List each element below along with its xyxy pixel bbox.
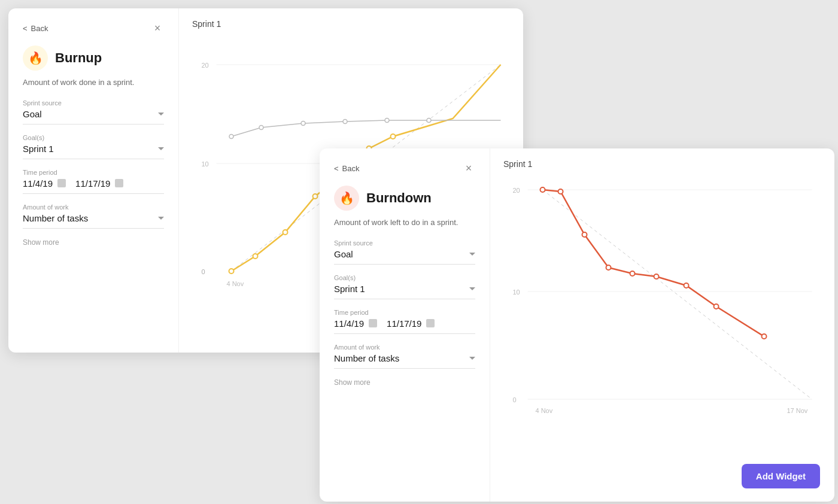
burndown-show-more[interactable]: Show more — [334, 378, 475, 387]
burndown-panel-left: < Back × 🔥 Burndown Amount of work left … — [320, 148, 490, 502]
burndown-amount-work-chevron-icon — [469, 357, 475, 360]
svg-text:4 Nov: 4 Nov — [536, 407, 553, 414]
svg-text:10: 10 — [513, 289, 520, 296]
burndown-goals-value: Sprint 1 — [334, 284, 365, 294]
burnup-back-chevron: < — [23, 24, 28, 33]
burndown-back-chevron: < — [334, 164, 339, 173]
burndown-goals-field: Goal(s) Sprint 1 — [334, 274, 475, 299]
burnup-nav-row: < Back × — [23, 22, 164, 35]
burndown-sprint-source-field: Sprint source Goal — [334, 239, 475, 265]
burnup-panel-left: < Back × 🔥 Burnup Amount of work done in… — [8, 8, 179, 353]
burnup-close-button[interactable]: × — [151, 22, 164, 35]
burndown-calendar-from-icon[interactable] — [369, 319, 377, 327]
svg-point-27 — [541, 187, 545, 192]
burndown-time-period-label: Time period — [334, 309, 475, 316]
burndown-time-period-field: Time period 11/4/19 11/17/19 — [334, 309, 475, 334]
burndown-amount-work-select[interactable]: Number of tasks — [334, 353, 475, 369]
burndown-card: < Back × 🔥 Burndown Amount of work left … — [320, 148, 834, 502]
burnup-show-more[interactable]: Show more — [23, 238, 164, 247]
svg-point-16 — [343, 120, 347, 124]
svg-text:17 Nov: 17 Nov — [787, 407, 808, 414]
burnup-flame-icon: 🔥 — [28, 51, 43, 65]
burndown-chart-sprint-label: Sprint 1 — [503, 159, 821, 169]
burndown-sprint-source-value: Goal — [334, 249, 353, 259]
burnup-description: Amount of work done in a sprint. — [23, 77, 164, 89]
burnup-time-period-label: Time period — [23, 169, 164, 176]
burnup-sprint-source-value: Goal — [23, 109, 42, 119]
svg-point-18 — [427, 119, 431, 123]
svg-text:20: 20 — [513, 187, 520, 194]
burndown-sprint-source-chevron-icon — [469, 253, 475, 256]
svg-point-13 — [229, 135, 233, 139]
svg-point-12 — [391, 134, 396, 139]
burndown-header: 🔥 Burndown — [334, 186, 475, 211]
svg-point-6 — [229, 269, 234, 274]
svg-point-33 — [684, 283, 689, 288]
burnup-date-to: 11/17/19 — [75, 178, 110, 189]
burndown-chart-panel: Sprint 1 20 10 0 4 Nov — [490, 148, 834, 502]
burnup-goals-select[interactable]: Sprint 1 — [23, 144, 164, 159]
burnup-sprint-source-field: Sprint source Goal — [23, 99, 164, 125]
svg-point-31 — [630, 271, 635, 276]
svg-point-34 — [714, 304, 719, 309]
burnup-icon: 🔥 — [23, 45, 48, 71]
burndown-title: Burndown — [366, 190, 432, 206]
burndown-chart-svg: 20 10 0 4 Nov 17 Nov — [503, 175, 821, 432]
burndown-back-button[interactable]: < Back — [334, 164, 360, 173]
burnup-amount-work-select[interactable]: Number of tasks — [23, 213, 164, 229]
burnup-back-label: Back — [31, 24, 48, 33]
burndown-close-button[interactable]: × — [462, 162, 475, 175]
burnup-amount-work-chevron-icon — [158, 217, 164, 220]
burnup-calendar-to-icon[interactable] — [115, 179, 123, 187]
burnup-amount-work-label: Amount of work — [23, 204, 164, 211]
burnup-header: 🔥 Burnup — [23, 45, 164, 71]
burnup-sprint-source-label: Sprint source — [23, 99, 164, 107]
burnup-calendar-from-icon[interactable] — [57, 179, 66, 187]
burnup-back-button[interactable]: < Back — [23, 24, 48, 33]
burnup-close-icon: × — [154, 22, 161, 35]
burnup-goals-label: Goal(s) — [23, 134, 164, 141]
burndown-back-label: Back — [342, 164, 360, 173]
burndown-date-from: 11/4/19 — [334, 318, 364, 329]
burndown-nav-row: < Back × — [334, 162, 475, 175]
svg-text:20: 20 — [202, 62, 209, 69]
svg-point-7 — [253, 254, 258, 259]
burndown-date-to: 11/17/19 — [387, 318, 421, 329]
burnup-goals-value: Sprint 1 — [23, 144, 54, 154]
burnup-amount-work-value: Number of tasks — [23, 213, 88, 223]
svg-point-9 — [313, 194, 318, 199]
svg-point-30 — [606, 265, 611, 270]
burnup-title: Burnup — [55, 50, 102, 66]
burndown-goals-select[interactable]: Sprint 1 — [334, 284, 475, 299]
burnup-goals-chevron-icon — [158, 147, 164, 150]
svg-text:10: 10 — [202, 160, 209, 168]
burndown-date-range: 11/4/19 11/17/19 — [334, 318, 475, 334]
burnup-time-period-field: Time period 11/4/19 11/17/19 — [23, 169, 164, 194]
burndown-amount-work-field: Amount of work Number of tasks — [334, 344, 475, 369]
burndown-calendar-to-icon[interactable] — [426, 319, 435, 327]
burnup-amount-work-field: Amount of work Number of tasks — [23, 204, 164, 229]
burndown-close-icon: × — [466, 162, 472, 175]
add-widget-button[interactable]: Add Widget — [742, 464, 820, 488]
burnup-goals-field: Goal(s) Sprint 1 — [23, 134, 164, 159]
burnup-chart-sprint-label: Sprint 1 — [192, 19, 510, 29]
svg-point-15 — [301, 122, 305, 126]
svg-point-32 — [654, 274, 659, 279]
burndown-sprint-source-label: Sprint source — [334, 239, 475, 247]
burnup-date-from: 11/4/19 — [23, 178, 53, 189]
svg-text:4 Nov: 4 Nov — [227, 280, 244, 287]
burnup-sprint-source-select[interactable]: Goal — [23, 109, 164, 125]
burnup-date-range: 11/4/19 11/17/19 — [23, 178, 164, 194]
burndown-amount-work-label: Amount of work — [334, 344, 475, 351]
burndown-flame-icon: 🔥 — [339, 191, 354, 205]
svg-point-8 — [283, 230, 288, 235]
burndown-description: Amount of work left to do in a sprint. — [334, 217, 475, 229]
burnup-sprint-source-chevron-icon — [158, 113, 164, 116]
burndown-goals-label: Goal(s) — [334, 274, 475, 281]
burndown-sprint-source-select[interactable]: Goal — [334, 249, 475, 265]
svg-line-26 — [543, 190, 812, 399]
svg-text:0: 0 — [513, 396, 517, 403]
burndown-amount-work-value: Number of tasks — [334, 353, 399, 363]
burndown-goals-chevron-icon — [469, 287, 475, 290]
svg-point-28 — [558, 189, 563, 194]
